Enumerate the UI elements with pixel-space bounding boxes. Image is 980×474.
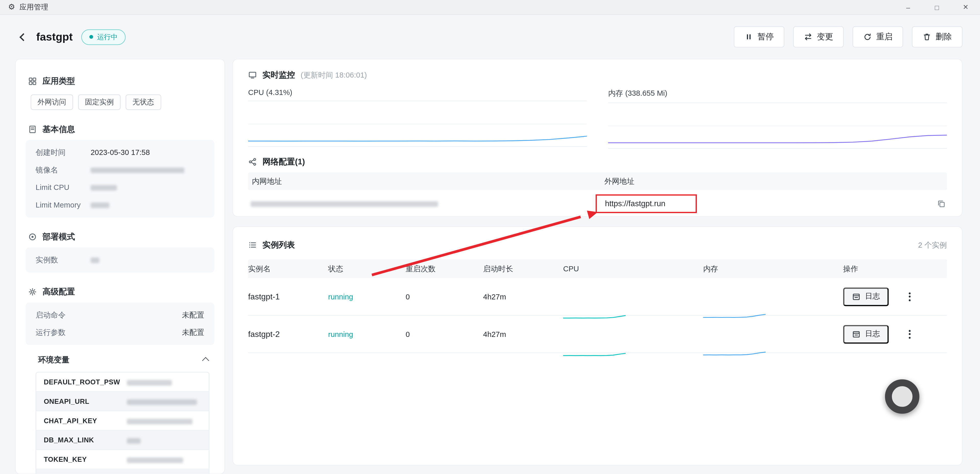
restart-button-label: 重启 — [877, 31, 893, 42]
logs-button[interactable]: 日志 — [843, 324, 889, 343]
image-label: 镜像名 — [36, 165, 91, 175]
instance-status: running — [328, 292, 406, 301]
page-header: fastgpt 运行中 暂停 变更 重启 删除 — [0, 15, 980, 59]
limit-memory-label: Limit Memory — [36, 200, 91, 209]
section-advanced-config: 高级配置 — [28, 286, 224, 297]
swap-arrows-icon — [804, 32, 813, 41]
run-params-value: 未配置 — [182, 327, 204, 338]
document-icon — [28, 125, 37, 134]
info-row-run-params: 运行参数 未配置 — [25, 324, 214, 341]
window-title: 应用管理 — [19, 3, 48, 12]
network-table: 内网地址 外网地址 https://fastgpt.run — [248, 173, 947, 218]
section-app-type: 应用类型 — [28, 76, 224, 87]
close-button[interactable]: ✕ — [951, 0, 980, 14]
column-cpu: CPU — [563, 264, 703, 273]
instance-uptime: 4h27m — [483, 292, 563, 301]
start-command-value: 未配置 — [182, 310, 204, 320]
pause-button-label: 暂停 — [757, 31, 774, 42]
delete-button[interactable]: 删除 — [912, 26, 963, 48]
redacted-env-value — [127, 418, 192, 424]
internal-address-cell — [248, 199, 595, 208]
redacted-env-value — [127, 380, 172, 385]
kebab-menu-icon[interactable] — [906, 327, 913, 341]
copy-button[interactable] — [937, 199, 945, 208]
grid-icon — [28, 77, 37, 86]
cpu-chart: CPU (4.31%) — [248, 88, 587, 149]
section-basic-info: 基本信息 — [28, 124, 224, 135]
delete-button-label: 删除 — [935, 31, 952, 42]
info-row-image: 镜像名 — [25, 161, 214, 179]
env-value — [121, 378, 209, 385]
env-key: TOKEN_KEY — [36, 456, 121, 463]
titlebar-app-identity: ⚙ 应用管理 — [0, 3, 48, 12]
change-button[interactable]: 变更 — [793, 26, 844, 48]
basic-info-title: 基本信息 — [42, 124, 75, 135]
info-row-instance-count: 实例数 — [25, 251, 214, 269]
target-icon — [28, 232, 37, 241]
env-value — [121, 456, 209, 463]
network-config-header: 网络配置(1) — [233, 149, 962, 167]
redacted-limit-memory — [91, 202, 109, 208]
instances-count: 2 个实例 — [918, 240, 947, 250]
env-row: CHAT_API_KEY — [36, 411, 209, 431]
env-row: FILE_TOKEN_KEY — [36, 469, 209, 474]
env-key: DB_MAX_LINK — [36, 436, 121, 444]
column-restart-count: 重启次数 — [406, 263, 483, 274]
instance-operations: 日志 — [843, 287, 947, 306]
instances-table: 实例名 状态 重启次数 启动时长 CPU 内存 操作 fastgpt-1 run… — [248, 259, 947, 353]
instances-table-header: 实例名 状态 重启次数 启动时长 CPU 内存 操作 — [248, 259, 947, 278]
column-memory: 内存 — [703, 263, 843, 274]
instances-card: 实例列表 2 个实例 实例名 状态 重启次数 启动时长 CPU 内存 操作 fa… — [232, 226, 963, 466]
back-button[interactable] — [18, 31, 29, 42]
external-url-highlight-box[interactable]: https://fastgpt.run — [595, 194, 697, 213]
env-row: DEFAULT_ROOT_PSW — [36, 372, 209, 392]
env-row: ONEAPI_URL — [36, 392, 209, 411]
monitoring-updated-time: (更新时间 18:06:01) — [301, 70, 367, 80]
minimize-button[interactable]: – — [894, 0, 923, 14]
monitoring-title: 实时监控 — [262, 70, 295, 81]
redacted-env-value — [127, 457, 183, 463]
deploy-mode-panel: 实例数 — [25, 248, 214, 273]
env-vars-header[interactable]: 环境变量 — [38, 355, 209, 366]
gear-icon — [28, 288, 37, 296]
chevron-up-icon[interactable] — [202, 357, 209, 364]
advanced-config-title: 高级配置 — [42, 286, 75, 297]
section-deploy-mode: 部署模式 — [28, 231, 224, 242]
env-value — [121, 436, 209, 444]
restart-button[interactable]: 重启 — [853, 26, 903, 48]
logs-button[interactable]: 日志 — [843, 287, 889, 306]
maximize-button[interactable]: □ — [923, 0, 951, 14]
kebab-menu-icon[interactable] — [906, 290, 913, 304]
redacted-instance-count — [91, 257, 99, 262]
logs-button-label: 日志 — [865, 291, 880, 302]
column-internal-address: 内网地址 — [248, 176, 595, 186]
memory-chart-label: 内存 (338.655 Mi) — [608, 88, 947, 99]
status-badge: 运行中 — [81, 29, 126, 45]
column-operations: 操作 — [843, 263, 947, 274]
instance-count-label: 实例数 — [36, 255, 91, 266]
basic-info-panel: 创建时间 2023-05-30 17:58 镜像名 Limit CPU Limi… — [25, 140, 214, 218]
change-button-label: 变更 — [817, 31, 833, 42]
status-badge-label: 运行中 — [97, 32, 118, 41]
log-icon — [852, 330, 861, 339]
info-row-limit-memory: Limit Memory — [25, 196, 214, 214]
network-table-header: 内网地址 外网地址 — [248, 173, 947, 190]
network-icon — [248, 157, 257, 166]
monitoring-header: 实时监控 (更新时间 18:06:01) — [233, 59, 962, 81]
tag-fixed-instance: 固定实例 — [78, 94, 121, 110]
instance-name: fastgpt-2 — [248, 329, 328, 339]
instances-title: 实例列表 — [262, 239, 295, 251]
env-row: TOKEN_KEY — [36, 450, 209, 469]
restart-icon — [863, 32, 872, 41]
column-uptime: 启动时长 — [483, 263, 563, 274]
external-url[interactable]: https://fastgpt.run — [605, 199, 665, 208]
info-row-limit-cpu: Limit CPU — [25, 179, 214, 196]
deploy-mode-title: 部署模式 — [42, 231, 75, 242]
instance-operations: 日志 — [843, 324, 947, 343]
trash-icon — [923, 32, 931, 41]
env-row: DB_MAX_LINK — [36, 431, 209, 450]
pause-button[interactable]: 暂停 — [733, 26, 784, 48]
env-vars-title: 环境变量 — [38, 355, 69, 366]
env-vars-table: DEFAULT_ROOT_PSW ONEAPI_URL CHAT_API_KEY… — [36, 372, 210, 474]
network-table-row: https://fastgpt.run — [248, 190, 947, 218]
